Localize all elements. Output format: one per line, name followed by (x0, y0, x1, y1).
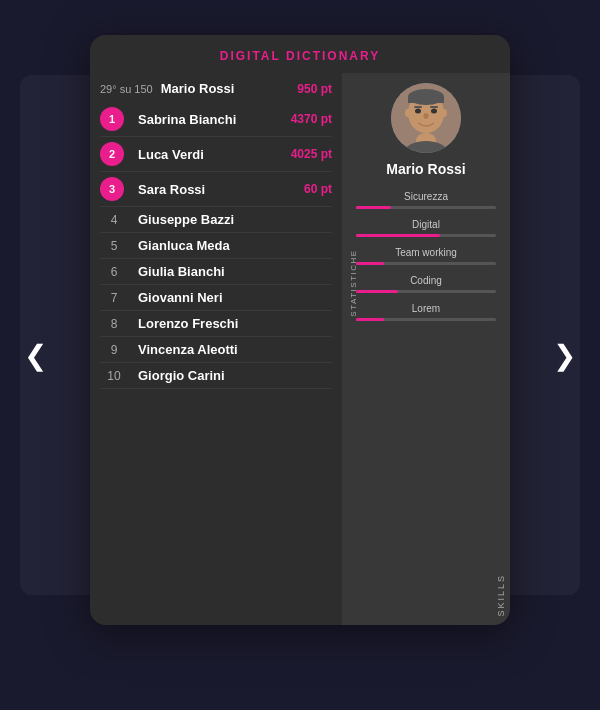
leaderboard-row: 10Giorgio Carini (100, 363, 332, 389)
skill-bar-bg (356, 262, 496, 265)
rank-number: 3 (100, 177, 128, 201)
main-card: DIGITAL DICTIONARY 29° su 150 Mario Ross… (90, 35, 510, 625)
card-header: DIGITAL DICTIONARY (90, 35, 510, 73)
skills-footer-label: SKILLS (496, 566, 506, 625)
rank-number: 1 (100, 107, 128, 131)
skill-block: Coding (342, 275, 510, 293)
rank-name: Giulia Bianchi (138, 264, 332, 279)
header-user-pts: 950 pt (297, 82, 332, 96)
skill-block: Digital (342, 219, 510, 237)
user-position: 29° su 150 (100, 83, 153, 95)
rank-pts: 4370 pt (291, 112, 332, 126)
rank-name: Gianluca Meda (138, 238, 332, 253)
skill-bar-fill (356, 206, 391, 209)
leaderboard-row: 5Gianluca Meda (100, 233, 332, 259)
rank-number: 4 (100, 213, 128, 227)
leaderboard-row: 3Sara Rossi60 pt (100, 172, 332, 207)
leaderboard-row: 2Luca Verdi4025 pt (100, 137, 332, 172)
arrow-right[interactable]: ❯ (553, 339, 576, 372)
skill-label: Digital (356, 219, 496, 230)
svg-point-7 (431, 109, 437, 114)
svg-point-10 (424, 113, 429, 119)
skill-label: Coding (356, 275, 496, 286)
skill-bar-fill (356, 234, 440, 237)
rank-number: 2 (100, 142, 128, 166)
leaderboard-row: 8Lorenzo Freschi (100, 311, 332, 337)
skills-list: SicurezzaDigitalTeam workingCodingLorem (342, 191, 510, 331)
skill-label: Lorem (356, 303, 496, 314)
background-card-left (20, 75, 100, 595)
rank-pts: 4025 pt (291, 147, 332, 161)
leaderboard-row: 1Sabrina Bianchi4370 pt (100, 102, 332, 137)
rank-name: Lorenzo Freschi (138, 316, 332, 331)
rank-pts: 60 pt (304, 182, 332, 196)
skill-bar-fill (356, 262, 384, 265)
leaderboard-row: 9Vincenza Aleotti (100, 337, 332, 363)
card-body: 29° su 150 Mario Rossi 950 pt 1Sabrina B… (90, 73, 510, 625)
skill-label: Team working (356, 247, 496, 258)
arrow-left[interactable]: ❮ (24, 339, 47, 372)
rank-name: Luca Verdi (138, 147, 291, 162)
svg-point-12 (441, 109, 447, 117)
skill-bar-fill (356, 290, 398, 293)
statistiche-tab-label: STATISTICHE (349, 249, 358, 316)
rank-number: 6 (100, 265, 128, 279)
svg-point-6 (415, 109, 421, 114)
rank-name: Sara Rossi (138, 182, 304, 197)
stats-panel: STATISTICHE (342, 73, 510, 625)
leaderboard-list: 1Sabrina Bianchi4370 pt2Luca Verdi4025 p… (100, 102, 332, 389)
rank-name: Vincenza Aleotti (138, 342, 332, 357)
rank-header-row: 29° su 150 Mario Rossi 950 pt (100, 73, 332, 102)
leaderboard-row: 4Giuseppe Bazzi (100, 207, 332, 233)
svg-rect-8 (414, 106, 422, 108)
background-card-right (500, 75, 580, 595)
rank-number: 5 (100, 239, 128, 253)
rank-name: Giovanni Neri (138, 290, 332, 305)
rank-number: 10 (100, 369, 128, 383)
card-title: DIGITAL DICTIONARY (90, 49, 510, 63)
skill-bar-bg (356, 234, 496, 237)
rank-number: 7 (100, 291, 128, 305)
svg-rect-9 (430, 106, 438, 108)
skill-label: Sicurezza (356, 191, 496, 202)
skill-block: Lorem (342, 303, 510, 321)
rank-name: Sabrina Bianchi (138, 112, 291, 127)
rank-name: Giorgio Carini (138, 368, 332, 383)
rank-name: Giuseppe Bazzi (138, 212, 332, 227)
skill-bar-bg (356, 290, 496, 293)
rank-badge: 3 (100, 177, 124, 201)
header-username: Mario Rossi (161, 81, 298, 96)
skill-bar-bg (356, 206, 496, 209)
stats-name: Mario Rossi (386, 161, 465, 177)
skill-block: Team working (342, 247, 510, 265)
rank-badge: 2 (100, 142, 124, 166)
svg-rect-5 (408, 97, 444, 103)
leaderboard-panel: 29° su 150 Mario Rossi 950 pt 1Sabrina B… (90, 73, 342, 625)
leaderboard-row: 6Giulia Bianchi (100, 259, 332, 285)
skill-block: Sicurezza (342, 191, 510, 209)
skill-bar-bg (356, 318, 496, 321)
rank-number: 9 (100, 343, 128, 357)
rank-number: 8 (100, 317, 128, 331)
avatar (391, 83, 461, 153)
rank-badge: 1 (100, 107, 124, 131)
skill-bar-fill (356, 318, 384, 321)
leaderboard-row: 7Giovanni Neri (100, 285, 332, 311)
svg-point-11 (405, 109, 411, 117)
